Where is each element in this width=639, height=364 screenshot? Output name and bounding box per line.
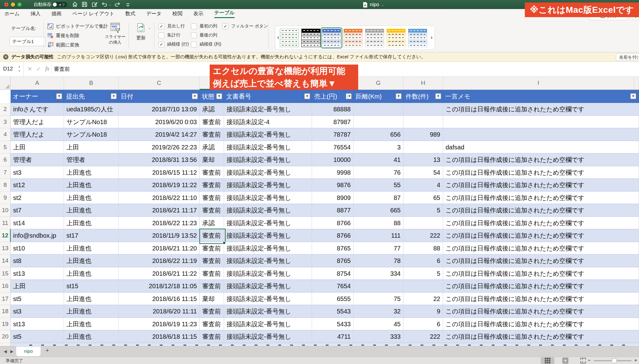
sheet-tab-nipo[interactable]: nipo [16,347,41,356]
cell[interactable]: 2018/12/18 11:05 [119,280,200,293]
row-header-14[interactable]: 14 [0,255,11,267]
cell[interactable]: 審査前 [200,116,224,129]
cell[interactable]: この項目は日報作成後に追加されたため空欄です [443,179,639,192]
table-header-cell[interactable]: 状態▼ [200,90,224,103]
formula-input[interactable]: 審査前 [54,66,70,73]
cell[interactable]: 接頭語未設定-番号無し [224,293,312,305]
filter-sort-button[interactable]: ↓▼ [346,93,352,99]
ribbon-checkbox-option[interactable]: ✓フィルター ボタン [222,23,268,29]
cell[interactable]: 5543 [312,305,354,318]
cell[interactable]: 接頭語未設定-番号無し [224,267,312,280]
cell[interactable]: 管理人だよ [11,116,64,129]
gallery-scroll-left-icon[interactable]: ‹ [277,35,279,40]
minimize-window-button[interactable] [11,2,15,7]
cell[interactable]: この項目は日報作成後に追加されたため空欄です [443,330,639,343]
cell[interactable]: 管理者 [11,153,64,166]
cell[interactable]: 989 [403,128,443,141]
row-header-19[interactable]: 19 [0,318,11,331]
table-header-cell[interactable]: 日付▼ [119,90,200,103]
row-header-11[interactable]: 11 [0,217,11,230]
ribbon-tab[interactable]: 挿入 [31,11,41,17]
cell[interactable]: 41 [354,153,403,166]
ribbon-tab[interactable]: データ [146,11,162,17]
cell[interactable]: st17 [64,229,119,242]
table-header-cell[interactable]: 件数(件)▼ [403,90,443,103]
ribbon-tab[interactable]: 数式 [125,11,135,17]
ribbon-checkbox-option[interactable]: ✓見出し行 [159,23,189,29]
cell[interactable]: 8909 [312,192,354,204]
cell[interactable] [443,128,639,141]
column-header-H[interactable]: H [403,77,443,90]
cell[interactable]: 2018/6/21 11:17 [119,204,200,217]
row-header-15[interactable]: 15 [0,267,11,280]
column-header-I[interactable]: I [443,77,634,90]
add-sheet-button[interactable]: + [46,347,49,354]
cell[interactable]: st8 [11,255,64,267]
insert-slicer-button[interactable]: スライサー の挿入 [104,22,126,45]
cell[interactable]: 上田進也 [64,318,119,331]
cell[interactable]: 接頭語未設定-番号無し [224,179,312,192]
table-header-cell[interactable]: 提出先▼ [64,90,119,103]
row-header-6[interactable]: 6 [0,153,11,166]
row-header-18[interactable]: 18 [0,305,11,318]
cell[interactable]: st13 [11,267,64,280]
table-header-cell[interactable]: 一言メモ▼ [443,90,639,103]
cell[interactable]: この項目は日報作成後に追加されたため空欄です [443,293,639,305]
cell[interactable]: 222 [403,330,443,343]
cell[interactable]: この項目は日報作成後に追加されたため空欄です [443,217,639,230]
cell[interactable]: 45 [354,318,403,331]
cell[interactable]: dafsad [443,141,639,154]
ribbon-tab[interactable]: 表示 [193,11,203,17]
column-header-extra[interactable] [634,77,639,90]
cell[interactable]: 上田進也 [64,179,119,192]
cell[interactable] [354,116,403,129]
ribbon-checkbox-option[interactable]: ✓縞模様 (行) [159,41,189,47]
fullscreen-window-button[interactable] [17,2,22,7]
summarize-with-pivot-button[interactable]: ピボットテーブルで集計 [47,22,108,30]
cell[interactable]: 7654 [312,280,354,293]
cell[interactable]: 接頭語未設定-番号無し [224,305,312,318]
cell[interactable] [354,103,403,116]
cell[interactable]: 承認 [200,141,224,154]
column-header-B[interactable]: B [64,77,119,90]
cell[interactable]: 2018/7/10 13:09 [119,103,200,116]
ribbon-tab[interactable]: テーブル [214,10,235,18]
cell[interactable]: 13 [403,153,443,166]
row-header-5[interactable]: 5 [0,141,11,154]
cell[interactable]: st3 [11,166,64,179]
cell[interactable]: この項目は日報作成後に追加されたため空欄です [443,305,639,318]
cell[interactable] [403,103,443,116]
cell[interactable]: 65 [403,192,443,204]
cell[interactable]: 77 [354,242,403,255]
cell[interactable]: st5 [11,330,64,343]
zoom-out-icon[interactable]: − [588,357,591,363]
name-box-spinner[interactable]: ▲▼ [18,65,21,73]
cell[interactable]: infoさんです [11,103,64,116]
cell[interactable]: 承認 [200,103,224,116]
column-header-G[interactable]: G [354,77,403,90]
cell[interactable]: 9998 [312,166,354,179]
cell[interactable]: 4711 [312,330,354,343]
cell[interactable]: 665 [354,204,403,217]
cell[interactable] [354,280,403,293]
cell[interactable]: 2018/8/31 13:56 [119,153,200,166]
name-box[interactable]: D12 ▲▼ [0,62,24,76]
cell[interactable]: 333 [354,330,403,343]
ribbon-checkbox-option[interactable]: 最初の列 [191,23,221,29]
cell[interactable]: 接頭語未設定-4 [224,116,312,129]
cell[interactable]: 上田進也 [64,293,119,305]
cell[interactable]: 上田進也 [64,255,119,267]
cell[interactable]: 接頭語未設定-番号無し [224,166,312,179]
cell[interactable]: 上田進也 [64,305,119,318]
undo-icon[interactable] [101,1,108,8]
cell[interactable]: 接頭語未設定-番号無し [224,204,312,217]
cell[interactable]: 棄却 [200,293,224,305]
cell[interactable]: 9 [403,305,443,318]
save-as-button[interactable]: 名前を付けて保存 [616,53,639,61]
cell[interactable]: 76554 [312,141,354,154]
cell[interactable]: 2018/6/15 11:12 [119,166,200,179]
table-name-input[interactable] [9,37,46,46]
cell[interactable]: st15 [64,280,119,293]
row-header-20[interactable]: 20 [0,330,11,343]
cell[interactable]: 上田 [11,280,64,293]
